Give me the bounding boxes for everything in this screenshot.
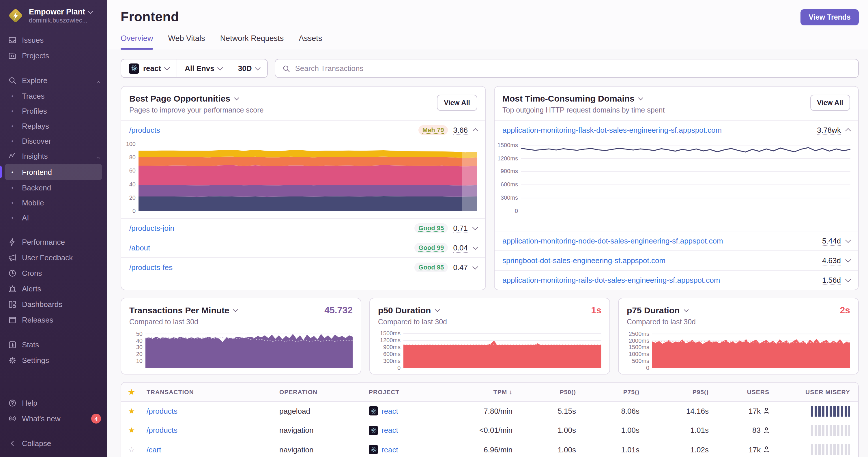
chevron-down-icon[interactable]	[845, 276, 851, 282]
opportunity-row[interactable]: /products-join Good 95 0.71	[121, 218, 485, 238]
sidebar-subitem[interactable]: • Mobile	[0, 195, 107, 210]
sidebar-item-stats[interactable]: Stats	[0, 337, 107, 353]
sidebar-subitem[interactable]: • Backend	[0, 180, 107, 195]
project-filter[interactable]: react	[121, 59, 177, 77]
opportunity-row[interactable]: /products-fes Good 95 0.47	[121, 257, 485, 277]
sidebar-subitem[interactable]: • Traces	[0, 88, 107, 103]
col-p95[interactable]: P95()	[644, 388, 713, 395]
chevron-up-icon[interactable]	[845, 128, 851, 134]
chevron-down-icon[interactable]	[472, 225, 478, 230]
domain-row[interactable]: application-monitoring-node-dot-sales-en…	[494, 231, 858, 251]
col-p50[interactable]: P50()	[517, 388, 581, 395]
chevron-down-icon	[684, 307, 688, 312]
opportunity-value: 0.71	[453, 224, 468, 233]
sidebar-subitem[interactable]: • Replays	[0, 118, 107, 133]
domain-link[interactable]: application-monitoring-rails-dot-sales-e…	[502, 276, 720, 285]
sidebar-item-alerts[interactable]: Alerts	[0, 281, 107, 297]
view-trends-button[interactable]: View Trends	[801, 9, 859, 25]
panel-title[interactable]: Best Page Opportunities	[129, 94, 477, 103]
view-all-button[interactable]: View All	[810, 95, 850, 111]
chevron-down-icon[interactable]	[845, 257, 851, 263]
domain-row[interactable]: springboot-dot-sales-engineering-sf.apps…	[494, 251, 858, 270]
domain-link[interactable]: application-monitoring-node-dot-sales-en…	[502, 236, 723, 245]
page-header: Frontend View Trends OverviewWeb VitalsN…	[107, 0, 868, 50]
metric-title[interactable]: p75 Duration	[627, 305, 688, 315]
star-toggle[interactable]: ★	[121, 426, 142, 435]
view-all-button[interactable]: View All	[437, 95, 477, 111]
transaction-search[interactable]	[275, 59, 859, 78]
sidebar-item-help[interactable]: Help	[0, 395, 107, 411]
table-row[interactable]: ★ /products navigation react <0.01/min 1…	[121, 421, 858, 440]
transaction-link[interactable]: /products	[147, 407, 178, 416]
sidebar-item-explore[interactable]: Explore	[0, 73, 107, 88]
p75-area-chart[interactable]: 0500ms1000ms1500ms2000ms2500ms	[627, 331, 850, 368]
sidebar-subitem[interactable]: • Profiles	[0, 103, 107, 118]
domain-link[interactable]: application-monitoring-flask-dot-sales-e…	[502, 126, 722, 134]
transaction-link[interactable]: /cart	[147, 446, 161, 454]
sidebar-item-projects[interactable]: Projects	[0, 48, 107, 63]
chevron-down-icon[interactable]	[472, 264, 478, 269]
domain-duration-line-chart[interactable]: 0300ms600ms900ms1200ms1500ms	[495, 141, 850, 211]
project-link[interactable]: react	[381, 426, 398, 435]
sidebar-subitem[interactable]: • AI	[0, 210, 107, 225]
chevron-up-icon[interactable]	[472, 128, 478, 134]
col-user-misery[interactable]: User Misery	[774, 388, 858, 395]
sidebar-item-releases[interactable]: Releases	[0, 312, 107, 328]
transaction-link[interactable]: /products	[147, 426, 178, 435]
sidebar-item-user-feedback[interactable]: User Feedback	[0, 250, 107, 265]
project-link[interactable]: react	[381, 407, 398, 416]
project-link[interactable]: react	[381, 446, 398, 454]
metric-title[interactable]: Transactions Per Minute	[129, 305, 238, 315]
performance-score-stacked-chart[interactable]: 020406080100	[122, 141, 477, 211]
star-column-header-icon[interactable]: ★	[121, 388, 142, 396]
page-link[interactable]: /products	[129, 126, 160, 134]
sidebar-item-performance[interactable]: Performance	[0, 234, 107, 250]
siren-icon	[8, 285, 17, 293]
sidebar-subitem[interactable]: • Discover	[0, 133, 107, 148]
chevron-down-icon[interactable]	[845, 237, 851, 243]
col-project[interactable]: Project	[364, 388, 451, 395]
metric-title[interactable]: p50 Duration	[378, 305, 439, 315]
domain-row[interactable]: application-monitoring-rails-dot-sales-e…	[494, 270, 858, 290]
org-switcher[interactable]: Empower Plant dominik.buszowiec...	[0, 0, 107, 30]
page-link[interactable]: /about	[129, 243, 150, 252]
sidebar-item-whats-new[interactable]: What's new 4	[0, 411, 107, 426]
date-range-filter[interactable]: 30D	[230, 59, 268, 77]
sidebar-item-issues[interactable]: Issues	[0, 32, 107, 48]
p50-area-chart[interactable]: 0300ms600ms900ms1200ms1500ms	[378, 331, 601, 368]
environment-filter[interactable]: All Envs	[177, 59, 230, 77]
sidebar-item-dashboards[interactable]: Dashboards	[0, 297, 107, 312]
col-tpm[interactable]: TPM ↓	[451, 388, 517, 395]
broadcast-icon	[8, 414, 17, 423]
sidebar-collapse-button[interactable]: Collapse	[0, 436, 107, 451]
table-row[interactable]: ★ /products pageload react 7.80/min 5.15…	[121, 402, 858, 421]
col-operation[interactable]: Operation	[275, 388, 364, 395]
star-toggle[interactable]: ★	[121, 407, 142, 416]
sidebar-subitem[interactable]: • Frontend	[5, 164, 102, 180]
table-row[interactable]: ☆ /cart navigation react 6.96/min 1.00s	[121, 440, 858, 457]
col-p75[interactable]: P75()	[581, 388, 644, 395]
tab[interactable]: Assets	[299, 34, 322, 50]
page-link[interactable]: /products-join	[129, 224, 174, 232]
col-transaction[interactable]: Transaction	[142, 388, 275, 395]
domain-row-featured[interactable]: application-monitoring-flask-dot-sales-e…	[494, 120, 858, 140]
user-icon	[764, 446, 769, 453]
panel-title[interactable]: Most Time-Consuming Domains	[502, 94, 850, 103]
tab[interactable]: Network Requests	[220, 34, 284, 50]
opportunity-row[interactable]: /about Good 99 0.04	[121, 238, 485, 257]
domain-link[interactable]: springboot-dot-sales-engineering-sf.apps…	[502, 256, 665, 265]
sidebar-item-settings[interactable]: Settings	[0, 353, 107, 368]
tab[interactable]: Web Vitals	[168, 34, 205, 50]
chevron-down-icon[interactable]	[472, 244, 478, 250]
tab[interactable]: Overview	[121, 34, 153, 50]
star-toggle[interactable]: ☆	[121, 446, 142, 454]
sidebar-footer: Help What's new 4 Collapse	[0, 395, 107, 451]
tpm-area-chart[interactable]: 1020304050	[129, 331, 352, 368]
col-users[interactable]: Users	[713, 388, 774, 395]
sidebar-item-crons[interactable]: Crons	[0, 265, 107, 281]
page-link[interactable]: /products-fes	[129, 263, 173, 272]
opportunity-row-featured[interactable]: /products Meh 79 3.66	[121, 120, 485, 140]
search-input[interactable]	[295, 64, 851, 73]
domain-value: 3.78wk	[817, 126, 841, 135]
sidebar-item-insights[interactable]: Insights	[0, 148, 107, 164]
